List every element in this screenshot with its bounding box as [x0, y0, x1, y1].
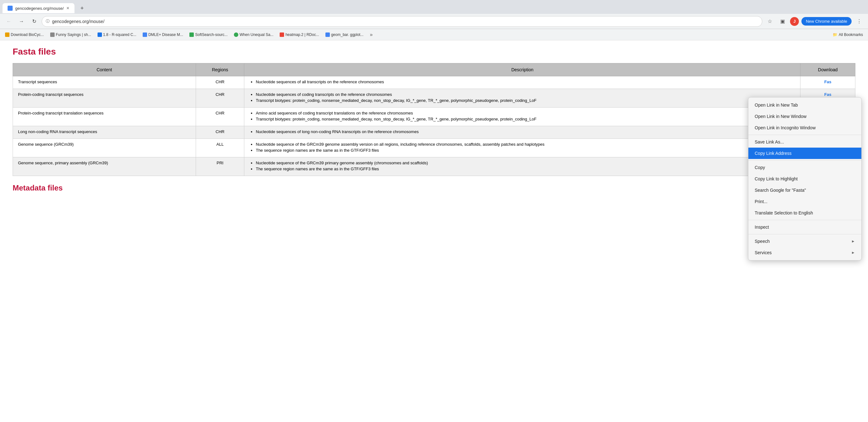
table-row: Transcript sequences CHR Nucleotide sequ… — [13, 76, 856, 89]
bookmark-item-0[interactable]: Download BioCyc... — [2, 31, 46, 38]
speech-submenu-arrow: ► — [851, 239, 855, 244]
context-menu-save-link-as[interactable]: Save Link As... — [748, 136, 861, 148]
bookmark-favicon-4 — [189, 32, 194, 37]
context-menu-inspect-label: Inspect — [755, 225, 769, 230]
bookmark-label-3: DMLE+ Disease M... — [148, 32, 183, 37]
context-menu-translate[interactable]: Translate Selection to English — [748, 207, 861, 219]
context-menu-copy[interactable]: Copy — [748, 162, 861, 173]
bookmark-label-2: 1.8 - R-squared C... — [103, 32, 136, 37]
cell-content: Protein-coding transcript translation se… — [13, 107, 196, 126]
bookmark-favicon-2 — [97, 32, 102, 37]
bookmark-favicon-7 — [326, 32, 330, 37]
col-header-description: Description — [244, 63, 801, 76]
context-menu-print[interactable]: Print... — [748, 196, 861, 207]
active-tab[interactable]: gencodegenes.org/mouse/ ✕ — [2, 3, 74, 13]
avatar[interactable]: J — [790, 17, 799, 26]
context-menu-open-incognito-label: Open Link in Incognito Window — [755, 125, 816, 130]
context-menu-open-new-tab[interactable]: Open Link in New Tab — [748, 99, 861, 111]
bookmark-item-1[interactable]: Funny Sayings | sh... — [48, 31, 94, 38]
security-icon: ⓘ — [46, 19, 50, 24]
col-header-regions: Regions — [196, 63, 244, 76]
bookmark-favicon-0 — [5, 32, 9, 37]
bookmark-item-2[interactable]: 1.8 - R-squared C... — [95, 31, 139, 38]
context-menu-search-google-label: Search Google for "Fasta" — [755, 188, 806, 193]
bookmark-item-5[interactable]: When Unequal Sa... — [231, 31, 276, 38]
context-menu-open-new-window-label: Open Link in New Window — [755, 114, 806, 119]
bookmark-label-7: geom_bar. ggplot... — [331, 32, 364, 37]
col-header-content: Content — [13, 63, 196, 76]
extension-button[interactable]: ▣ — [777, 17, 787, 27]
url-text: gencodegenes.org/mouse/ — [52, 19, 758, 24]
context-menu-print-label: Print... — [755, 199, 767, 204]
col-header-download: Download — [801, 63, 856, 76]
bookmark-item-7[interactable]: geom_bar. ggplot... — [323, 31, 366, 38]
bookmark-label-6: heatmap.2 | RDoc... — [285, 32, 319, 37]
bookmarks-bar: Download BioCyc... Funny Sayings | sh...… — [0, 29, 868, 40]
bookmark-favicon-3 — [143, 32, 147, 37]
bookmark-label-5: When Unequal Sa... — [240, 32, 273, 37]
cell-content: Long non-coding RNA transcript sequences — [13, 126, 196, 139]
context-menu-open-incognito[interactable]: Open Link in Incognito Window — [748, 122, 861, 133]
context-menu-separator-1 — [748, 135, 861, 135]
tab-title: gencodegenes.org/mouse/ — [15, 6, 64, 11]
bookmark-label-0: Download BioCyc... — [11, 32, 44, 37]
bookmark-star-button[interactable]: ☆ — [765, 17, 775, 27]
cell-content: Transcript sequences — [13, 76, 196, 89]
fasta-title: Fasta files — [12, 47, 856, 57]
context-menu: Open Link in New Tab Open Link in New Wi… — [748, 97, 862, 261]
forward-button[interactable]: → — [17, 17, 27, 27]
back-button[interactable]: ← — [4, 17, 14, 27]
context-menu-separator-4 — [748, 234, 861, 234]
cell-content: Genome sequence, primary assembly (GRCm3… — [13, 157, 196, 176]
cell-description: Nucleotide sequence of the GRCm39 genome… — [244, 139, 801, 157]
folder-icon: 📁 — [833, 32, 837, 37]
context-menu-open-new-window[interactable]: Open Link in New Window — [748, 111, 861, 122]
context-menu-speech[interactable]: Speech ► — [748, 236, 861, 247]
cell-description: Nucleotide sequences of coding transcrip… — [244, 89, 801, 107]
context-menu-separator-3 — [748, 220, 861, 220]
context-menu-services[interactable]: Services ► — [748, 247, 861, 258]
tab-close-button[interactable]: ✕ — [66, 6, 69, 10]
all-bookmarks-folder[interactable]: 📁 All Bookmarks — [830, 31, 866, 38]
cell-description: Nucleotide sequences of all transcripts … — [244, 76, 801, 89]
browser-chrome: gencodegenes.org/mouse/ ✕ + ← → ↻ ⓘ genc… — [0, 0, 868, 40]
table-row: Genome sequence, primary assembly (GRCm3… — [13, 157, 856, 176]
cell-regions: ALL — [196, 139, 244, 157]
services-submenu-arrow: ► — [851, 251, 855, 255]
address-bar[interactable]: ⓘ gencodegenes.org/mouse/ — [42, 16, 762, 27]
reload-button[interactable]: ↻ — [29, 17, 39, 27]
cell-regions: CHR — [196, 126, 244, 139]
bookmark-item-6[interactable]: heatmap.2 | RDoc... — [277, 31, 322, 38]
new-chrome-button[interactable]: New Chrome available — [801, 17, 851, 26]
context-menu-copy-link-to-highlight-label: Copy Link to Highlight — [755, 176, 798, 181]
cell-description: Amino acid sequences of coding transcrip… — [244, 107, 801, 126]
cell-content: Genome sequence (GRCm39) — [13, 139, 196, 157]
new-tab-button[interactable]: + — [77, 3, 87, 13]
context-menu-search-google[interactable]: Search Google for "Fasta" — [748, 185, 861, 196]
fasta-link[interactable]: Fas — [825, 79, 831, 84]
context-menu-translate-label: Translate Selection to English — [755, 210, 813, 216]
context-menu-copy-link-address[interactable]: Copy Link Address — [748, 148, 861, 159]
cell-download: Fas — [801, 76, 856, 89]
table-row: Genome sequence (GRCm39) ALL Nucleotide … — [13, 139, 856, 157]
bookmark-label-4: SoftSearch-sourc... — [195, 32, 227, 37]
fasta-link[interactable]: Fas — [825, 92, 831, 97]
context-menu-copy-link-to-highlight[interactable]: Copy Link to Highlight — [748, 173, 861, 185]
metadata-title: Metadata files — [12, 184, 856, 192]
page-content: Fasta files Content Regions Description … — [0, 40, 868, 422]
cell-regions: CHR — [196, 76, 244, 89]
bookmark-item-4[interactable]: SoftSearch-sourc... — [187, 31, 230, 38]
context-menu-save-link-as-label: Save Link As... — [755, 139, 784, 144]
menu-button[interactable]: ⋮ — [854, 17, 864, 27]
more-bookmarks-button[interactable]: » — [367, 31, 375, 39]
context-menu-separator-2 — [748, 160, 861, 161]
bookmark-favicon-1 — [50, 32, 55, 37]
cell-regions: CHR — [196, 89, 244, 107]
context-menu-inspect[interactable]: Inspect — [748, 221, 861, 233]
bookmark-favicon-5 — [234, 32, 238, 37]
nav-actions: ☆ ▣ J New Chrome available ⋮ — [765, 17, 864, 27]
context-menu-copy-label: Copy — [755, 165, 765, 170]
bookmark-folder-label: All Bookmarks — [839, 32, 863, 37]
cell-description: Nucleotide sequence of the GRCm39 primar… — [244, 157, 801, 176]
bookmark-item-3[interactable]: DMLE+ Disease M... — [140, 31, 186, 38]
